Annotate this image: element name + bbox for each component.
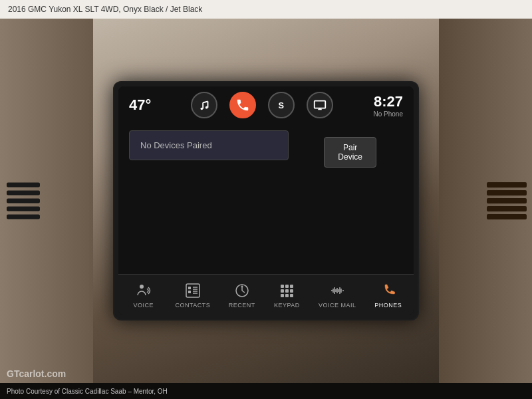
svg-rect-26 [281,294,284,297]
voicemail-nav-label: VOICE MAIL [319,302,356,309]
pair-label-line2: Device [338,152,362,162]
display-nav-icon[interactable] [307,92,333,118]
keypad-nav-label: KEYPAD [274,302,300,309]
contacts-nav-label: CONTACTS [175,302,210,309]
clock-display: 8:27 [374,93,403,110]
voicemail-icon [328,281,346,300]
temperature-display: 47° [129,96,151,114]
recent-icon [233,281,251,300]
nav-item-voicemail[interactable]: VOICE MAIL [315,279,360,311]
nav-icons-row: S [191,92,333,118]
keypad-icon [277,281,296,300]
recent-nav-label: RECENT [229,302,255,309]
photo-credit: Photo Courtesy of Classic Cadillac Saab … [7,388,168,395]
svg-rect-20 [281,285,284,288]
no-devices-box: No Devices Paired [129,130,289,160]
svg-rect-22 [290,285,293,288]
content-row: No Devices Paired Pair Device [129,130,403,267]
nav-item-contacts[interactable]: CONTACTS [171,279,214,311]
svg-rect-6 [315,101,326,108]
svg-rect-28 [290,294,293,297]
no-phone-status: No Phone [374,110,403,118]
pair-label-line1: Pair [338,143,362,152]
voice-nav-label: VOICE [134,302,154,309]
screen-top-bar: 47° [118,86,414,124]
page-wrapper: 2016 GMC Yukon XL SLT 4WD, Onyx Black / … [0,0,532,399]
interior-left [0,19,93,383]
svg-rect-12 [188,291,191,293]
watermark: GTcarlot.com [7,368,66,379]
nav-item-voice[interactable]: VOICE [126,279,161,311]
svg-rect-23 [281,289,284,293]
svg-line-3 [203,102,208,103]
top-label: 2016 GMC Yukon XL SLT 4WD, Onyx Black / … [0,0,532,19]
svg-point-9 [140,285,144,289]
photo-background: 47° [0,19,532,383]
nav-item-keypad[interactable]: KEYPAD [269,279,304,311]
contacts-icon [184,281,202,300]
svg-rect-25 [290,289,293,293]
time-section: 8:27 No Phone [374,93,403,118]
screen-main-content: No Devices Paired Pair Device [118,124,414,274]
bottom-caption: Photo Courtesy of Classic Cadillac Saab … [0,383,532,399]
nav-item-phones[interactable]: PHONES [370,279,406,311]
music-nav-icon[interactable] [191,92,217,118]
screen-bottom-nav: VOICE [118,274,414,315]
vehicle-title: 2016 GMC Yukon XL SLT 4WD, Onyx Black / … [8,5,202,14]
svg-rect-21 [285,285,289,288]
phones-nav-label: PHONES [374,302,402,309]
interior-right [439,19,532,383]
screen-bezel: 47° [113,81,419,321]
nav-item-recent[interactable]: RECENT [225,279,259,311]
phone-call-icon[interactable] [229,92,256,118]
pair-section: Pair Device [289,130,403,168]
no-devices-text: No Devices Paired [140,140,212,150]
svg-rect-27 [285,294,289,297]
vent-right [487,182,527,219]
voice-icon [134,281,153,300]
pair-device-button[interactable]: Pair Device [324,137,376,168]
siri-nav-icon[interactable]: S [268,92,295,118]
svg-rect-24 [285,289,289,293]
svg-rect-11 [188,287,191,289]
svg-text:S: S [279,100,285,110]
svg-line-19 [242,291,245,293]
svg-rect-10 [186,284,200,297]
infotainment-screen: 47° [118,86,414,315]
phones-icon [379,281,398,300]
